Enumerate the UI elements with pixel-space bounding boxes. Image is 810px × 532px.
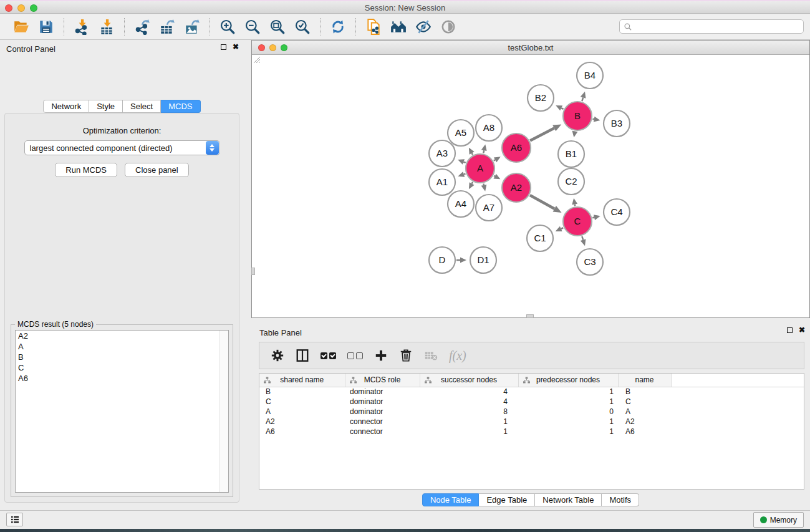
column-header-predecessor-nodes[interactable]: predecessor nodes	[518, 374, 618, 387]
frame-edge-handle[interactable]	[251, 268, 255, 275]
open-session-button[interactable]	[9, 17, 34, 37]
tab-node-table[interactable]: Node Table	[422, 493, 480, 506]
table-row[interactable]: Bdominator41B	[259, 387, 804, 397]
new-network-from-selection-button[interactable]	[361, 17, 386, 37]
table-settings-gear-icon[interactable]	[271, 349, 284, 362]
cell-shared-name[interactable]: A2	[259, 417, 345, 427]
cell-shared-name[interactable]: B	[259, 387, 345, 397]
export-table-button[interactable]	[155, 17, 180, 37]
zoom-in-button[interactable]	[215, 17, 240, 37]
tab-network[interactable]: Network	[43, 100, 89, 113]
refresh-layout-button[interactable]	[325, 17, 350, 37]
cell-mcds-role[interactable]: dominator	[345, 397, 420, 407]
home-button[interactable]	[386, 17, 411, 37]
graph-edge-A-A3[interactable]	[463, 162, 465, 163]
column-header-successor-nodes[interactable]: successor nodes	[420, 374, 518, 387]
cell-predecessor-nodes[interactable]: 1	[518, 387, 618, 397]
cell-successor-nodes[interactable]: 4	[420, 397, 518, 407]
cell-name[interactable]: B	[618, 387, 671, 397]
float-panel-icon[interactable]	[221, 44, 226, 50]
search-field[interactable]	[619, 19, 804, 34]
graph-edge-A-A2[interactable]	[494, 176, 495, 177]
network-canvas[interactable]: B4B2BB3A5A8A6A3B1AA1C2A2A4A7C4CC1C3DD1	[252, 55, 809, 317]
tab-style[interactable]: Style	[89, 100, 123, 113]
mcds-result-item[interactable]: A6	[16, 373, 228, 384]
graph-edge-C-C4[interactable]	[592, 218, 594, 218]
save-session-button[interactable]	[34, 17, 59, 37]
column-visibility-icon[interactable]	[296, 349, 309, 362]
optimization-criterion-select[interactable]: largest connected component (directed)	[24, 140, 220, 155]
cell-shared-name[interactable]: C	[259, 397, 345, 407]
show-panels-button[interactable]	[6, 513, 23, 526]
graph-edge-A-A1[interactable]	[464, 173, 466, 174]
tab-select[interactable]: Select	[123, 100, 161, 113]
close-panel-icon[interactable]: ✖	[233, 44, 239, 50]
graph-edge-B-B4[interactable]	[582, 97, 583, 101]
mcds-result-item[interactable]: A	[16, 341, 228, 352]
cell-name[interactable]: C	[618, 397, 671, 407]
graph-edge-B-B2[interactable]	[561, 108, 563, 109]
tab-edge-table[interactable]: Edge Table	[479, 493, 535, 506]
zoom-fit-button[interactable]	[265, 17, 290, 37]
tab-mcds[interactable]: MCDS	[161, 100, 200, 113]
graph-edge-C-C3[interactable]	[582, 236, 583, 240]
graph-edge-A-A6[interactable]	[494, 160, 495, 160]
cell-successor-nodes[interactable]: 8	[420, 407, 518, 417]
cell-successor-nodes[interactable]: 1	[420, 427, 518, 437]
resize-grip-icon[interactable]	[252, 55, 261, 64]
deselect-all-checkboxes-icon[interactable]	[347, 352, 363, 359]
graph-edge-A2-C[interactable]	[530, 195, 554, 209]
mcds-result-list[interactable]: A2ABCA6	[15, 330, 229, 493]
network-window-titlebar[interactable]: testGlobe.txt	[252, 41, 809, 55]
cell-predecessor-nodes[interactable]: 1	[518, 427, 618, 437]
graph-edge-A-A8[interactable]	[483, 150, 484, 153]
cell-shared-name[interactable]: A6	[259, 427, 345, 437]
result-list-scrollbar[interactable]	[219, 331, 228, 492]
cell-predecessor-nodes[interactable]: 1	[518, 417, 618, 427]
column-header-mcds-role[interactable]: MCDS role	[345, 374, 420, 387]
memory-button[interactable]: Memory	[753, 512, 804, 528]
function-builder-button[interactable]: f(x)	[449, 349, 466, 363]
cell-predecessor-nodes[interactable]: 0	[518, 407, 618, 417]
mcds-result-item[interactable]: C	[16, 362, 228, 373]
column-header-shared-name[interactable]: shared name	[259, 374, 345, 387]
import-network-button[interactable]	[69, 17, 94, 37]
select-all-checkboxes-icon[interactable]	[321, 352, 336, 359]
delete-table-icon[interactable]	[424, 349, 438, 362]
graph-edge-C-C1[interactable]	[561, 228, 563, 229]
export-network-button[interactable]	[130, 17, 155, 37]
graph-edge-A-A5[interactable]	[472, 153, 473, 155]
graph-edge-A-A4[interactable]	[472, 182, 473, 184]
table-row[interactable]: Adominator80A	[259, 407, 804, 417]
cell-name[interactable]: A2	[618, 417, 671, 427]
zoom-selected-button[interactable]	[290, 17, 315, 37]
delete-column-trash-icon[interactable]	[399, 349, 413, 362]
add-column-icon[interactable]	[374, 349, 388, 362]
run-mcds-button[interactable]: Run MCDS	[55, 163, 117, 177]
frame-edge-handle[interactable]	[526, 314, 534, 318]
tab-network-table[interactable]: Network Table	[535, 493, 602, 506]
tab-motifs[interactable]: Motifs	[602, 493, 639, 506]
export-image-button[interactable]	[180, 17, 205, 37]
show-graphics-details-button[interactable]	[436, 17, 461, 37]
table-row[interactable]: A2connector11A2	[259, 417, 804, 427]
cell-shared-name[interactable]: A	[259, 407, 345, 417]
cell-name[interactable]: A6	[618, 427, 671, 437]
cell-mcds-role[interactable]: dominator	[345, 407, 420, 417]
column-header-name[interactable]: name	[618, 374, 671, 387]
search-input[interactable]	[635, 22, 799, 31]
network-graph[interactable]: B4B2BB3A5A8A6A3B1AA1C2A2A4A7C4CC1C3DD1	[252, 55, 808, 317]
import-table-button[interactable]	[94, 17, 119, 37]
table-row[interactable]: Cdominator41C	[259, 397, 804, 407]
float-table-panel-icon[interactable]	[787, 327, 793, 333]
mcds-result-item[interactable]: B	[16, 352, 228, 362]
graph-edge-A-A7[interactable]	[483, 183, 484, 185]
cell-name[interactable]: A	[618, 407, 671, 417]
graph-edge-A6-B[interactable]	[530, 128, 554, 140]
cell-successor-nodes[interactable]: 4	[420, 387, 518, 397]
mcds-result-item[interactable]: A2	[16, 331, 228, 341]
close-table-panel-icon[interactable]: ✖	[799, 327, 805, 333]
cell-mcds-role[interactable]: dominator	[345, 387, 420, 397]
table-row[interactable]: A6connector11A6	[259, 427, 804, 437]
close-panel-button[interactable]: Close panel	[125, 163, 189, 177]
